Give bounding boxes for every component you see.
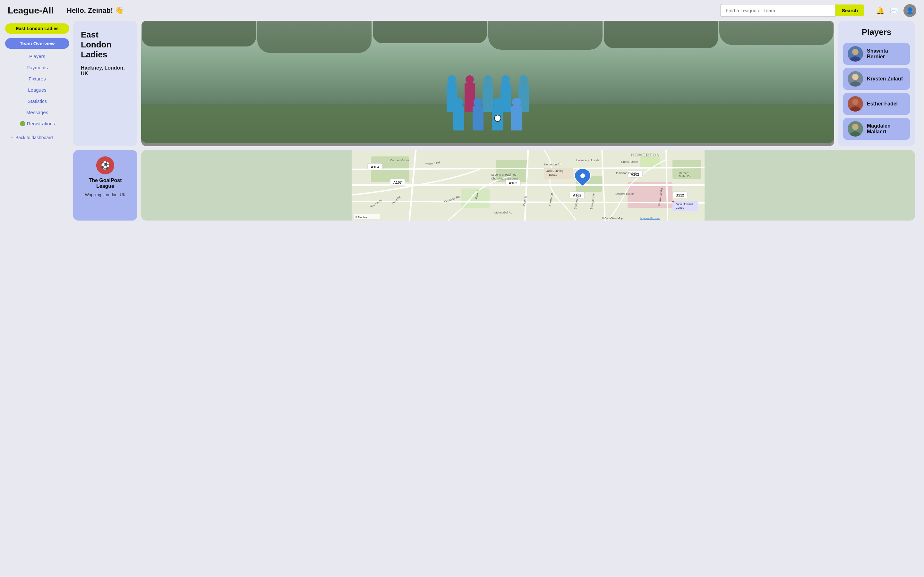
svg-text:University Hospital: University Hospital	[576, 159, 600, 162]
team-info-card: East London Ladies Hackney, London, UK	[73, 21, 137, 146]
sidebar-nav-leagues[interactable]: Leagues	[5, 85, 69, 95]
league-card[interactable]: ⚽ The GoalPost League Wapping, London, U…	[73, 150, 137, 221]
player-card-2[interactable]: Esther Fadel	[843, 93, 910, 115]
app-logo: League-All	[8, 5, 59, 16]
svg-text:HOMERTON: HOMERTON	[631, 153, 660, 157]
greeting-text: Hello, Zeinab! 👋	[67, 6, 124, 15]
svg-point-7	[852, 99, 859, 105]
player-card-1[interactable]: Krysten Zulauf	[843, 68, 910, 90]
player-name-2: Esther Fadel	[867, 101, 898, 107]
sidebar-nav-fixtures[interactable]: Fixtures	[5, 74, 69, 84]
player-card-3[interactable]: Magdalen Mallaert	[843, 118, 910, 140]
mail-icon[interactable]: ✉️	[890, 6, 898, 15]
bottom-section: ⚽ The GoalPost League Wapping, London, U…	[73, 150, 915, 221]
player-avatar-1	[848, 71, 863, 87]
svg-text:Improve this map: Improve this map	[640, 217, 660, 219]
sidebar-back-to-dashboard[interactable]: ← Back to dashboard	[5, 133, 69, 142]
sidebar-team-badge[interactable]: East London Ladies	[5, 23, 69, 34]
svg-text:Centre: Centre	[676, 206, 684, 210]
notification-icon[interactable]: 🔔	[876, 6, 885, 15]
svg-text:A107: A107	[393, 181, 402, 184]
players-panel-title: Players	[843, 27, 910, 37]
svg-text:Estate: Estate	[549, 173, 557, 176]
player-card-0[interactable]: Shawnta Bernier	[843, 43, 910, 65]
sidebar-nav-messages[interactable]: Messages	[5, 107, 69, 117]
svg-text:Chats Palace: Chats Palace	[621, 160, 638, 163]
player-name-3: Magdalen Mallaert	[867, 123, 905, 135]
search-container: Search	[720, 4, 864, 17]
league-name: The GoalPost League	[79, 177, 131, 189]
sidebar-nav-team-overview[interactable]: Team Overview	[5, 38, 69, 49]
player-avatar-2	[848, 96, 863, 111]
svg-point-71	[580, 173, 585, 178]
sidebar-nav-payments[interactable]: Payments	[5, 63, 69, 73]
team-photo	[141, 21, 834, 146]
svg-point-4	[852, 74, 859, 80]
search-input[interactable]	[720, 4, 835, 17]
map-svg: A104 A107 A102 A102 A102 B112 Tolsford R…	[141, 150, 915, 221]
main-content: East London Ladies Hackney, London, UK	[69, 21, 919, 221]
svg-point-1	[852, 49, 859, 55]
svg-text:Homerton Rd: Homerton Rd	[544, 163, 561, 166]
player-name-1: Krysten Zulauf	[867, 76, 903, 82]
svg-text:John Howard: John Howard	[676, 203, 693, 206]
league-logo: ⚽	[96, 156, 114, 174]
svg-text:Jack Dunning: Jack Dunning	[546, 169, 564, 172]
svg-text:⚽: ⚽	[100, 161, 110, 170]
svg-text:B112: B112	[676, 193, 684, 197]
svg-text:A102: A102	[509, 181, 517, 185]
avatar[interactable]: 👤	[903, 4, 916, 17]
svg-text:Churchyard Gardens: Churchyard Gardens	[491, 177, 518, 180]
svg-point-10	[852, 124, 859, 130]
player-avatar-0	[848, 46, 863, 61]
league-location: Wapping, London, UK	[85, 192, 126, 197]
sidebar: East London Ladies Team Overview Players…	[5, 21, 69, 221]
svg-text:Butler Es...: Butler Es...	[679, 175, 693, 178]
svg-text:Mehetabel Rd: Mehetabel Rd	[494, 211, 512, 214]
svg-text:Banister House: Banister House	[615, 192, 635, 195]
svg-text:A104: A104	[371, 165, 380, 169]
sidebar-nav-players[interactable]: Players	[5, 51, 69, 61]
header-icons: 🔔 ✉️ 👤	[876, 4, 916, 17]
map-container: A104 A107 A102 A102 A102 B112 Tolsford R…	[141, 150, 915, 221]
svg-text:Orchard Grove: Orchard Grove	[390, 159, 409, 162]
player-name-0: Shawnta Bernier	[867, 48, 905, 60]
svg-text:Herbert: Herbert	[679, 171, 689, 175]
svg-text:St John at Hackney: St John at Hackney	[491, 173, 517, 176]
svg-text:Homerton Grove: Homerton Grove	[615, 171, 636, 175]
team-location: Hackney, London, UK	[81, 65, 129, 77]
svg-text:© Mapbox: © Mapbox	[355, 216, 367, 219]
header: League-All Hello, Zeinab! 👋 Search 🔔 ✉️ …	[0, 0, 924, 21]
search-button[interactable]: Search	[835, 5, 864, 16]
player-avatar-3	[848, 121, 863, 137]
top-section: East London Ladies Hackney, London, UK	[73, 21, 915, 146]
svg-text:+: +	[672, 199, 674, 204]
team-name: East London Ladies	[81, 30, 129, 60]
page-layout: East London Ladies Team Overview Players…	[0, 21, 924, 226]
players-panel: Players Shawnta Bernier	[838, 21, 915, 146]
svg-text:© OpenStreetMap: © OpenStreetMap	[602, 217, 623, 219]
sidebar-nav-statistics[interactable]: Statistics	[5, 96, 69, 106]
sidebar-registrations[interactable]: 🟢 Registrations	[5, 119, 69, 129]
